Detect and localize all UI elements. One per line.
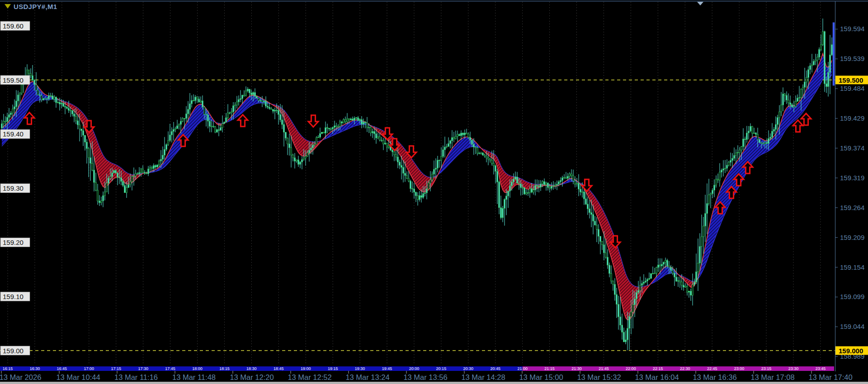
- candle-body: [327, 128, 328, 128]
- session-strip-time-label: 18:30: [246, 366, 257, 371]
- candle-body: [296, 160, 297, 161]
- left-price-box-label: 159.40: [3, 130, 24, 138]
- buy-signal-arrow-icon: [24, 112, 34, 124]
- candle-body: [813, 61, 815, 65]
- session-strip-time-label: 20:45: [490, 366, 500, 371]
- candle-body: [777, 117, 778, 125]
- candle-body: [372, 131, 373, 133]
- candle-body: [674, 273, 675, 277]
- candle-body: [513, 179, 514, 182]
- candle-body: [822, 32, 824, 45]
- candle-body: [367, 123, 368, 127]
- candle-body: [361, 120, 363, 124]
- candle-body: [379, 137, 381, 140]
- candle-body: [479, 153, 480, 154]
- candle-body: [244, 95, 245, 96]
- candle-body: [88, 149, 90, 158]
- candle-body: [819, 49, 820, 57]
- candle-body: [197, 97, 198, 99]
- chart-canvas[interactable]: 16:1516:3016:4517:0017:1517:3017:4518:00…: [0, 0, 868, 384]
- candle-body: [287, 138, 288, 144]
- candle-body: [251, 93, 252, 95]
- candle-body: [716, 179, 717, 185]
- candle-body: [790, 103, 791, 104]
- candle-body: [374, 131, 375, 134]
- candle-body: [535, 185, 536, 190]
- candle-body: [139, 173, 140, 174]
- candle-body: [546, 183, 547, 185]
- session-strip-time-label: 21:45: [599, 366, 609, 371]
- candle-body: [594, 221, 596, 225]
- session-strip-time-label: 23:30: [788, 366, 799, 371]
- candle-body: [376, 134, 377, 138]
- candle-body: [47, 98, 48, 99]
- left-price-box-label: 159.60: [3, 22, 24, 30]
- candle-body: [242, 95, 243, 98]
- candle-body: [260, 100, 261, 101]
- candle-body: [283, 125, 285, 132]
- candle-body: [830, 55, 831, 72]
- candle-body: [734, 155, 735, 159]
- candle-body: [274, 110, 276, 111]
- session-strip-time-label: 22:00: [626, 366, 636, 371]
- candle-body: [233, 106, 234, 112]
- candle-body: [434, 169, 435, 174]
- candle-body: [153, 165, 155, 169]
- session-strip-time-label: 19:15: [328, 366, 338, 371]
- candle-body: [703, 226, 704, 237]
- candle-body: [726, 165, 728, 169]
- left-price-box-label: 159.50: [3, 76, 24, 84]
- candle-body: [817, 57, 818, 60]
- candle-body: [567, 176, 569, 178]
- candle-body: [303, 158, 305, 159]
- candle-body: [99, 201, 100, 203]
- candle-body: [810, 66, 811, 70]
- session-strip-time-label: 20:30: [463, 366, 474, 371]
- candle-body: [526, 193, 527, 194]
- candle-body: [584, 192, 585, 199]
- candle-body: [629, 316, 630, 328]
- candle-body: [195, 97, 196, 101]
- time-axis-label: 13 Mar 14:28: [461, 373, 505, 381]
- candle-body: [179, 124, 180, 126]
- candle-body: [253, 93, 254, 95]
- candle-body: [231, 112, 232, 113]
- candle-body: [432, 174, 433, 180]
- ribbon-bearish-segment: [370, 126, 438, 192]
- sell-signal-arrow-icon: [308, 115, 318, 127]
- candle-body: [255, 93, 256, 97]
- candle-body: [224, 122, 225, 123]
- candle-body: [593, 215, 594, 221]
- candle-body: [75, 116, 77, 121]
- candle-body: [484, 155, 486, 156]
- candle-body: [247, 89, 249, 91]
- candle-body: [222, 123, 223, 127]
- candle-body: [30, 74, 32, 75]
- candle-body: [204, 107, 205, 114]
- candle-body: [338, 126, 339, 127]
- candle-body: [596, 225, 598, 229]
- candle-body: [146, 173, 147, 173]
- candle-body: [437, 160, 439, 168]
- candle-body: [48, 96, 50, 99]
- candle-body: [256, 96, 258, 98]
- candle-body: [645, 281, 646, 282]
- candle-body: [783, 94, 784, 105]
- candle-body: [150, 168, 151, 169]
- candle-body: [499, 182, 500, 208]
- candle-body: [278, 110, 279, 114]
- candle-body: [564, 178, 565, 178]
- candle-body: [325, 128, 326, 133]
- candle-body: [486, 156, 487, 158]
- chart-shift-marker-icon: [697, 2, 703, 5]
- candle-body: [600, 236, 601, 241]
- candle-body: [672, 271, 674, 273]
- symbol-dropdown-icon[interactable]: [5, 4, 11, 9]
- candle-body: [797, 98, 798, 101]
- candle-body: [587, 204, 589, 209]
- candle-body: [692, 285, 693, 295]
- candle-body: [32, 75, 33, 80]
- time-axis-label: 13 Mar 17:40: [808, 373, 852, 381]
- candle-body: [614, 284, 616, 295]
- left-price-box-label: 159.10: [3, 293, 24, 300]
